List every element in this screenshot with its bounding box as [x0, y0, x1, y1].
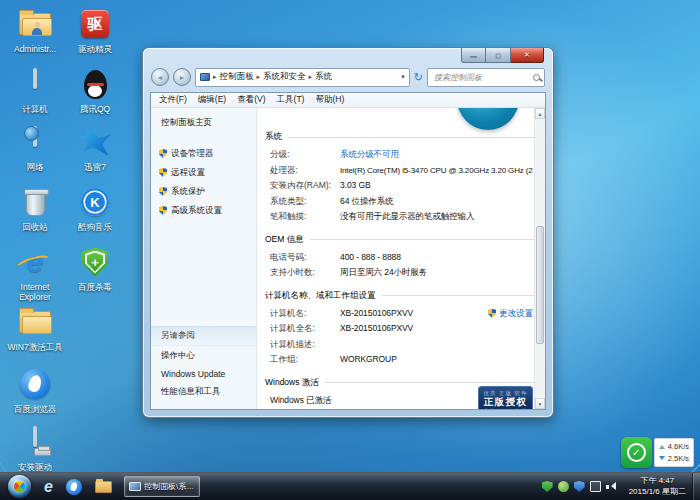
- back-button[interactable]: ◄: [151, 68, 169, 86]
- scroll-up-icon[interactable]: ▲: [535, 108, 545, 119]
- field-value: 周日至周六 24小时服务: [340, 265, 427, 281]
- desktop-icon-kugou-music[interactable]: K 酷狗音乐: [66, 184, 124, 232]
- search-icon[interactable]: [533, 74, 540, 81]
- desktop-icon-qudong-jingling[interactable]: 驱 驱动精灵: [66, 6, 124, 54]
- volume-icon[interactable]: [606, 481, 618, 492]
- refresh-icon[interactable]: ↻: [414, 72, 423, 83]
- taskbar: e 控制面板\系统和... 下午 4:47 2015/1/6 星期二: [0, 472, 700, 500]
- section-title: Windows 激活: [265, 377, 319, 389]
- system-window: — □ ✕ ◄ ► ▸ 控制面板 ▸ 系统和安全 ▸ 系统 ▾ ↻: [143, 48, 553, 417]
- sidebar: 控制面板主页 设备管理器 远程设置 系统保护: [151, 108, 257, 409]
- desktop-icon-label: 驱动精灵: [66, 44, 124, 54]
- tray-window-icon[interactable]: [590, 481, 601, 492]
- section-title: 系统: [265, 131, 282, 143]
- sidebar-task-label: 系统保护: [171, 186, 205, 198]
- field-label: 安装内存(RAM):: [270, 178, 340, 194]
- sidebar-item-advanced-system-settings[interactable]: 高级系统设置: [151, 201, 256, 220]
- windows-flag-icon: [14, 481, 25, 492]
- rating-link[interactable]: 系统分级不可用: [340, 147, 399, 163]
- desktop-icon-computer[interactable]: 计算机: [6, 66, 64, 114]
- activation-section: Windows 激活 Windows 已激活 产品 ID: 00426-OEM-…: [257, 377, 545, 410]
- breadcrumb-system-security[interactable]: 系统和安全: [263, 71, 306, 83]
- windows-logo-partial: [457, 108, 519, 130]
- tray-green-leaf-icon[interactable]: [558, 481, 569, 492]
- row-workgroup: 工作组: WORKGROUP: [257, 352, 545, 368]
- desktop-icon-xunlei7[interactable]: 迅雷7: [66, 124, 124, 172]
- maximize-button[interactable]: □: [486, 48, 511, 63]
- taskbar-baidu-browser-icon[interactable]: [66, 479, 82, 495]
- scrollbar[interactable]: ▲ ▼: [534, 108, 545, 409]
- net-speed-widget[interactable]: ✓ 4.6K/s 2.5K/s: [621, 437, 694, 468]
- change-settings-label: 更改设置: [499, 306, 533, 322]
- desktop-icon-install-driver[interactable]: 安装驱动: [6, 424, 64, 472]
- section-title: 计算机名称、域和工作组设置: [265, 290, 376, 302]
- show-desktop-button[interactable]: [692, 473, 700, 500]
- taskbar-control-panel-button[interactable]: 控制面板\系统和...: [124, 476, 200, 497]
- desktop-icon-network[interactable]: 网络: [6, 124, 64, 172]
- breadcrumb-system[interactable]: 系统: [315, 71, 332, 83]
- sidebar-item-performance-tools[interactable]: 性能信息和工具: [151, 382, 256, 401]
- desktop-icon-admin-folder[interactable]: Administr...: [6, 6, 64, 54]
- menu-tools[interactable]: 工具(T): [277, 94, 305, 106]
- section-header-computer-name: 计算机名称、域和工作组设置: [265, 290, 535, 302]
- change-settings-link[interactable]: 更改设置: [488, 306, 533, 322]
- desktop-icon-label: 酷狗音乐: [66, 222, 124, 232]
- sidebar-task-label: 高级系统设置: [171, 205, 222, 217]
- scroll-down-icon[interactable]: ▼: [535, 398, 545, 409]
- sidebar-home-link[interactable]: 控制面板主页: [151, 108, 256, 129]
- desktop-icon-tencent-qq[interactable]: 腾讯QQ: [66, 66, 124, 114]
- taskbar-clock[interactable]: 下午 4:47 2015/1/6 星期二: [623, 476, 692, 497]
- desktop-icon-recycle-bin[interactable]: 回收站: [6, 184, 64, 232]
- install-driver-icon: [20, 428, 50, 456]
- row-support-hours: 支持小时数: 周日至周六 24小时服务: [257, 265, 545, 281]
- antivirus-shield-icon: +: [82, 248, 108, 277]
- uac-shield-icon: [159, 206, 167, 215]
- field-label: 计算机描述:: [270, 337, 340, 353]
- sidebar-item-windows-update[interactable]: Windows Update: [151, 365, 256, 382]
- upload-speed: 4.6K/s: [668, 441, 689, 452]
- field-value: 400 - 888 - 8888: [340, 250, 401, 266]
- start-button[interactable]: [8, 475, 31, 498]
- sidebar-item-device-manager[interactable]: 设备管理器: [151, 144, 256, 163]
- section-header-oem: OEM 信息: [265, 234, 535, 246]
- row-computer-description: 计算机描述:: [257, 337, 545, 353]
- window-controls: — □ ✕: [461, 48, 544, 63]
- menu-bar: 文件(F) 编辑(E) 查看(V) 工具(T) 帮助(H): [151, 93, 545, 108]
- desktop-icon-internet-explorer[interactable]: e Internet Explorer: [6, 244, 64, 302]
- sidebar-item-remote-settings[interactable]: 远程设置: [151, 163, 256, 182]
- close-button[interactable]: ✕: [511, 48, 544, 63]
- section-title: OEM 信息: [265, 234, 304, 246]
- desktop-icon-baidu-antivirus[interactable]: + 百度杀毒: [66, 244, 124, 292]
- genuine-badge[interactable]: 优质 正版 软件 正版授权 安全 放心 声誉: [478, 386, 533, 410]
- menu-edit[interactable]: 编辑(E): [198, 94, 226, 106]
- address-bar[interactable]: ▸ 控制面板 ▸ 系统和安全 ▸ 系统 ▾: [195, 68, 410, 87]
- desktop-icon-label: WIN7激活工具: [6, 342, 64, 352]
- sidebar-item-system-protection[interactable]: 系统保护: [151, 182, 256, 201]
- minimize-button[interactable]: —: [461, 48, 486, 63]
- search-input[interactable]: [432, 72, 533, 83]
- network-icon: [20, 128, 50, 156]
- breadcrumb-control-panel[interactable]: 控制面板: [220, 71, 254, 83]
- address-dropdown-icon[interactable]: ▾: [401, 73, 405, 81]
- security-ok-icon[interactable]: ✓: [621, 437, 652, 468]
- folder-icon: [19, 311, 51, 333]
- upload-arrow-icon: [659, 442, 665, 449]
- search-box[interactable]: [427, 68, 545, 87]
- tray-green-shield-icon[interactable]: [542, 481, 553, 492]
- desktop-icon-label: 百度浏览器: [6, 404, 64, 414]
- taskbar-explorer-icon[interactable]: [95, 481, 112, 493]
- desktop-icon-baidu-browser[interactable]: 百度浏览器: [6, 366, 64, 414]
- sidebar-item-action-center[interactable]: 操作中心: [151, 346, 256, 365]
- menu-view[interactable]: 查看(V): [237, 94, 265, 106]
- scrollbar-thumb[interactable]: [536, 226, 544, 344]
- tray-blue-shield-icon[interactable]: [574, 481, 585, 492]
- uac-shield-icon: [488, 309, 496, 318]
- row-pen-touch: 笔和触摸: 没有可用于此显示器的笔或触控输入: [257, 209, 545, 225]
- field-value: XB-20150106PXVV: [340, 306, 413, 322]
- taskbar-ie-icon[interactable]: e: [44, 479, 53, 495]
- forward-button[interactable]: ►: [173, 68, 191, 86]
- desktop-icon-win7-activation-folder[interactable]: WIN7激活工具: [6, 304, 64, 352]
- menu-file[interactable]: 文件(F): [159, 94, 187, 106]
- uac-shield-icon: [159, 168, 167, 177]
- menu-help[interactable]: 帮助(H): [315, 94, 344, 106]
